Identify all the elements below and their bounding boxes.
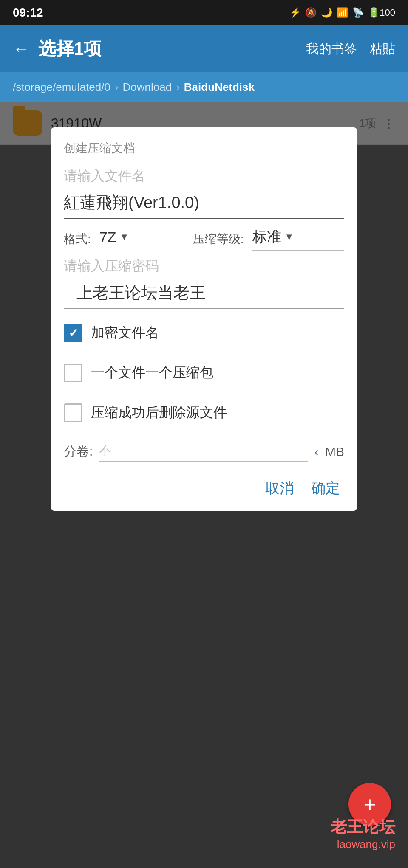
filename-section: 请输入文件名 紅蓮飛翔(Ver1.0.0) xyxy=(51,161,357,219)
watermark-main: 老王论坛 xyxy=(331,816,395,838)
watermark: 老王论坛 laowang.vip xyxy=(331,816,395,851)
breadcrumb-path2[interactable]: Download xyxy=(122,81,172,94)
page-title: 选择1项 xyxy=(38,37,298,61)
filename-placeholder: 请输入文件名 xyxy=(64,161,344,188)
bluetooth-icon: ⚡ xyxy=(289,7,301,18)
delete-source-checkbox[interactable] xyxy=(64,403,82,422)
one-file-label: 一个文件一个压缩包 xyxy=(91,364,213,382)
create-archive-dialog: 创建压缩文档 请输入文件名 紅蓮飛翔(Ver1.0.0) 格式: 7Z ▼ 压缩… xyxy=(51,127,357,511)
breadcrumb-path1[interactable]: /storage/emulated/0 xyxy=(13,81,110,94)
bookmarks-button[interactable]: 我的书签 xyxy=(306,40,357,58)
battery-icon: 🔋100 xyxy=(368,7,395,18)
status-icons: ⚡ 🔕 🌙 📶 📡 🔋100 xyxy=(289,7,395,18)
delete-source-label: 压缩成功后删除源文件 xyxy=(91,403,227,422)
main-content: 31910W 1项 ⋮ 创建压缩文档 请输入文件名 紅蓮飛翔(Ver1.0.0)… xyxy=(0,102,408,868)
password-input[interactable]: 上老王论坛当老王 xyxy=(64,278,344,309)
breadcrumb: /storage/emulated/0 › Download › BaiduNe… xyxy=(0,72,408,102)
breadcrumb-path3[interactable]: BaiduNetdisk xyxy=(184,81,255,94)
filename-input[interactable]: 紅蓮飛翔(Ver1.0.0) xyxy=(64,188,344,219)
format-select[interactable]: 7Z ▼ xyxy=(99,229,184,249)
moon-icon: 🌙 xyxy=(321,7,332,18)
delete-source-row[interactable]: 压缩成功后删除源文件 xyxy=(51,393,357,433)
confirm-button[interactable]: 确定 xyxy=(311,479,340,498)
paste-button[interactable]: 粘貼 xyxy=(370,40,395,58)
breadcrumb-sep2: › xyxy=(176,81,180,94)
format-level-row: 格式: 7Z ▼ 压缩等级: 标准 ▼ xyxy=(51,219,357,251)
volume-unit: MB xyxy=(325,445,344,459)
volume-input[interactable]: 不 xyxy=(99,442,308,462)
volume-arrow-icon[interactable]: ‹ xyxy=(314,445,319,459)
signal-icon: 📡 xyxy=(352,7,364,18)
password-placeholder: 请输入压缩密码 xyxy=(51,251,357,278)
encrypt-filename-row[interactable]: 加密文件名 xyxy=(51,313,357,353)
volume-row: 分卷: 不 ‹ MB xyxy=(51,433,357,470)
one-file-row[interactable]: 一个文件一个压缩包 xyxy=(51,353,357,393)
dialog-title: 创建压缩文档 xyxy=(51,127,357,161)
one-file-checkbox[interactable] xyxy=(64,364,82,382)
encrypt-filename-label: 加密文件名 xyxy=(91,324,159,342)
status-bar: 09:12 ⚡ 🔕 🌙 📶 📡 🔋100 xyxy=(0,0,408,25)
breadcrumb-sep1: › xyxy=(115,81,119,94)
format-value: 7Z xyxy=(99,229,116,245)
volume-label: 分卷: xyxy=(64,443,93,460)
back-button[interactable]: ← xyxy=(13,39,30,59)
dialog-overlay: 创建压缩文档 请输入文件名 紅蓮飛翔(Ver1.0.0) 格式: 7Z ▼ 压缩… xyxy=(0,102,408,868)
level-value: 标准 xyxy=(252,227,281,247)
status-time: 09:12 xyxy=(13,6,43,20)
notification-icon: 🔕 xyxy=(305,7,317,18)
cancel-button[interactable]: 取消 xyxy=(265,479,294,498)
format-label: 格式: xyxy=(64,231,91,247)
level-arrow-icon: ▼ xyxy=(285,231,294,242)
encrypt-filename-checkbox[interactable] xyxy=(64,324,82,342)
app-bar: ← 选择1项 我的书签 粘貼 xyxy=(0,25,408,72)
wifi-icon: 📶 xyxy=(337,7,348,18)
format-arrow-icon: ▼ xyxy=(119,231,129,242)
level-label: 压缩等级: xyxy=(193,231,244,247)
dialog-buttons: 取消 确定 xyxy=(51,470,357,502)
watermark-sub: laowang.vip xyxy=(331,838,395,851)
app-bar-actions: 我的书签 粘貼 xyxy=(306,40,395,58)
level-select[interactable]: 标准 ▼ xyxy=(252,227,344,251)
